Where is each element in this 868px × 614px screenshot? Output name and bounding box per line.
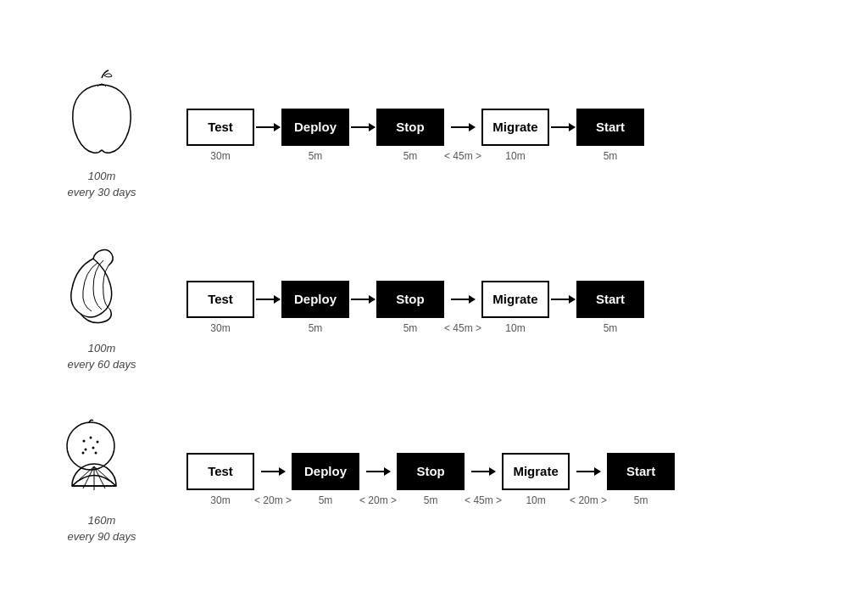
arrow-time-3-3: < 45m > [465, 494, 502, 506]
start-time-2: 5m [604, 322, 618, 334]
svg-point-4 [92, 446, 95, 449]
arrow-time-2-3: < 45m > [444, 322, 481, 334]
arrow-1-2 [349, 109, 376, 150]
svg-point-3 [97, 440, 99, 443]
step-group-stop-3: Stop 5m [397, 453, 465, 506]
arrow-3-1: < 20m > [254, 453, 292, 506]
arrow-2-2 [349, 281, 376, 322]
step-group-test-3: Test 30m [186, 453, 254, 506]
banana-label: 100m every 60 days [68, 340, 136, 373]
banana-icon [51, 242, 153, 335]
arrow-3-2: < 20m > [359, 453, 397, 506]
apple-icon [51, 70, 153, 163]
apple-label: 100m every 30 days [68, 168, 136, 201]
deploy-box-3: Deploy [292, 453, 359, 490]
row-banana: 100m every 60 days Test 30m Deploy 5m St… [34, 242, 834, 373]
step-group-test-1: Test 30m [186, 109, 254, 162]
start-time-1: 5m [604, 150, 618, 162]
deploy-time-1: 5m [309, 150, 323, 162]
row-orange: 160m every 90 days Test 30m < 20m > Depl… [34, 414, 834, 545]
arrow-2-1 [254, 281, 281, 322]
row-apple: 100m every 30 days Test 30m Deploy 5m [34, 70, 834, 201]
svg-point-0 [67, 422, 114, 470]
migrate-time-3: 10m [526, 494, 545, 506]
arrow-time-3-4: < 20m > [570, 494, 607, 506]
step-group-migrate-2: Migrate 10m [481, 281, 549, 334]
test-box-1: Test [186, 109, 254, 146]
stop-box-3: Stop [397, 453, 465, 490]
apple-section: 100m every 30 days [34, 70, 170, 201]
test-box-3: Test [186, 453, 254, 490]
test-time-2: 30m [210, 322, 230, 334]
arrow-time-3-2: < 20m > [359, 494, 397, 506]
arrow-3-3: < 45m > [465, 453, 502, 506]
step-group-deploy-1: Deploy 5m [281, 109, 349, 162]
migrate-box-2: Migrate [481, 281, 549, 318]
banana-section: 100m every 60 days [34, 242, 170, 373]
migrate-box-1: Migrate [481, 109, 549, 146]
deploy-time-3: 5m [319, 494, 333, 506]
start-time-3: 5m [634, 494, 648, 506]
step-group-migrate-1: Migrate 10m [481, 109, 549, 162]
stop-box-2: Stop [376, 281, 444, 318]
stop-time-1: 5m [403, 150, 418, 162]
start-box-1: Start [576, 109, 644, 146]
start-box-2: Start [576, 281, 644, 318]
deploy-box-2: Deploy [281, 281, 349, 318]
deploy-box-1: Deploy [281, 109, 349, 146]
apple-pipeline: Test 30m Deploy 5m Stop 5m [186, 109, 834, 162]
test-time-3: 30m [210, 494, 230, 506]
orange-pipeline: Test 30m < 20m > Deploy 5m < 20m > Stop … [186, 453, 834, 506]
deploy-time-2: 5m [309, 322, 323, 334]
step-group-deploy-3: Deploy 5m [292, 453, 359, 506]
step-group-stop-2: Stop 5m [376, 281, 444, 334]
stop-box-1: Stop [376, 109, 444, 146]
svg-point-7 [82, 451, 85, 454]
arrow-2-4 [549, 281, 576, 322]
step-group-start-1: Start 5m [576, 109, 644, 162]
stop-time-3: 5m [424, 494, 438, 506]
banana-pipeline: Test 30m Deploy 5m Stop 5m < 45m > [186, 281, 834, 334]
stop-time-2: 5m [403, 322, 418, 334]
arrow-2-3: < 45m > [444, 281, 481, 334]
orange-label: 160m every 90 days [68, 512, 136, 545]
start-box-3: Start [607, 453, 675, 490]
arrow-1-4 [549, 109, 576, 150]
arrow-3-4: < 20m > [570, 453, 607, 506]
step-group-start-2: Start 5m [576, 281, 644, 334]
arrow-time-1-3: < 45m > [444, 150, 481, 162]
step-group-test-2: Test 30m [186, 281, 254, 334]
test-time-1: 30m [210, 150, 230, 162]
orange-icon [47, 414, 157, 507]
svg-point-6 [95, 451, 97, 454]
test-box-2: Test [186, 281, 254, 318]
arrow-1-1 [254, 109, 281, 150]
arrow-1-3: < 45m > [444, 109, 481, 162]
svg-point-1 [83, 439, 86, 442]
migrate-time-2: 10m [505, 322, 525, 334]
svg-point-2 [90, 436, 92, 438]
orange-section: 160m every 90 days [34, 414, 170, 545]
arrow-time-3-1: < 20m > [254, 494, 292, 506]
migrate-box-3: Migrate [502, 453, 570, 490]
step-group-deploy-2: Deploy 5m [281, 281, 349, 334]
migrate-time-1: 10m [505, 150, 525, 162]
diagram: 100m every 30 days Test 30m Deploy 5m [0, 53, 868, 562]
step-group-migrate-3: Migrate 10m [502, 453, 570, 506]
svg-point-5 [85, 448, 87, 450]
step-group-stop-1: Stop 5m [376, 109, 444, 162]
step-group-start-3: Start 5m [607, 453, 675, 506]
